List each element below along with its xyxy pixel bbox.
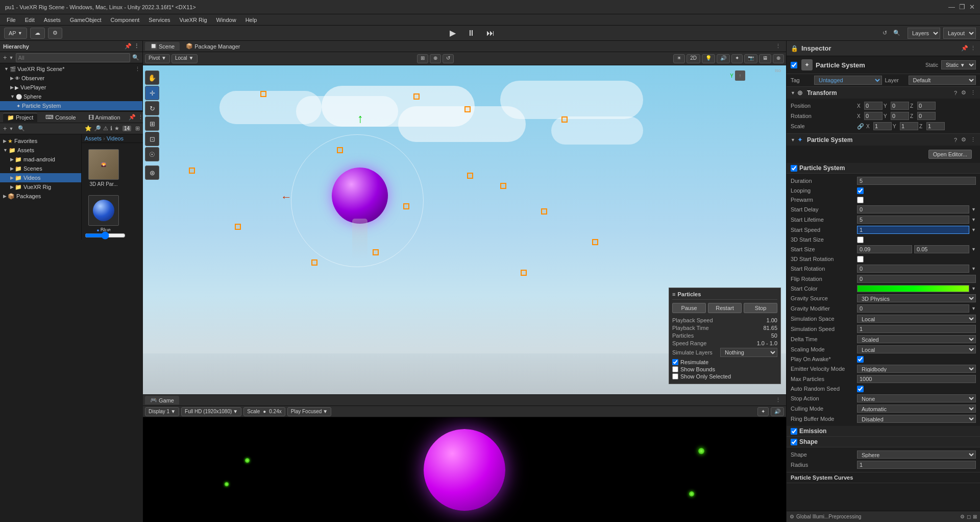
layout-dropdown[interactable]: Layout: [943, 28, 976, 39]
hierarchy-menu-icon[interactable]: ⋮: [134, 43, 139, 50]
breadcrumb-assets[interactable]: Assets: [85, 135, 102, 141]
bottom-right-icon2[interactable]: ◻: [967, 514, 971, 519]
cloud-button[interactable]: ☁: [30, 28, 45, 39]
scaling-mode-select[interactable]: Local: [857, 345, 976, 353]
layers-dropdown[interactable]: Layers: [908, 28, 940, 39]
restore-button[interactable]: ❐: [959, 3, 965, 11]
particle-system-subsection-header[interactable]: Particle System: [787, 163, 980, 174]
move-tool[interactable]: ✛: [145, 86, 159, 100]
tree-scenes[interactable]: ▶ 📁 Scenes: [0, 164, 81, 173]
simulation-speed-input[interactable]: [857, 325, 976, 333]
scale-link-icon[interactable]: 🔗: [857, 123, 864, 130]
scale-x-input[interactable]: [873, 122, 892, 130]
shape-enabled-checkbox[interactable]: [791, 439, 797, 445]
start-speed-dropdown-arrow[interactable]: ▼: [971, 227, 976, 232]
play-button[interactable]: ▶: [447, 27, 459, 39]
hierarchy-item-vuexr-scene[interactable]: ▼ 🎬 VueXR Rig Scene* ⋮: [0, 64, 142, 74]
game-audio-btn[interactable]: 🔊: [771, 407, 784, 416]
tab-package-manager[interactable]: 📦 Package Manager: [181, 42, 245, 51]
hierarchy-search-icon[interactable]: 🔍: [132, 54, 139, 61]
project-icon-info[interactable]: ℹ: [110, 125, 112, 132]
menu-help[interactable]: Help: [241, 16, 261, 24]
project-icon-star[interactable]: ★: [114, 125, 119, 132]
menu-assets[interactable]: Assets: [40, 16, 65, 24]
stop-action-select[interactable]: None: [857, 394, 976, 402]
emission-section-header[interactable]: Emission: [787, 426, 980, 437]
menu-edit[interactable]: Edit: [21, 16, 39, 24]
search-icon[interactable]: 🔍: [893, 30, 900, 36]
hierarchy-item-particle-system[interactable]: ✦ Particle System: [0, 101, 142, 110]
bottom-bar-left-icon[interactable]: ⚙: [790, 514, 794, 519]
bottom-right-icon1[interactable]: ⚙: [960, 514, 965, 519]
project-search-icon[interactable]: 🔍: [18, 125, 25, 132]
scene-viewport[interactable]: ↑ ← Y ↑ Iso ✋ ✛ ↻ ⊞: [143, 65, 786, 394]
file-size-slider[interactable]: [85, 231, 126, 240]
camera-btn[interactable]: 📷: [744, 54, 757, 63]
tree-vuexr-rig[interactable]: ▶ 📁 VueXR Rig: [0, 182, 81, 192]
start-size-max-input[interactable]: [914, 245, 969, 253]
particle-system-component-header[interactable]: ▼ ✦ Particle System ? ⚙ ⋮: [787, 134, 980, 146]
rot-y-input[interactable]: [891, 112, 909, 120]
gravity-modifier-input[interactable]: [857, 304, 969, 313]
project-icon-search2[interactable]: 🔎: [94, 125, 101, 132]
inspector-pin-icon[interactable]: 📌: [961, 45, 968, 52]
start-delay-input[interactable]: [857, 205, 969, 213]
pos-x-input[interactable]: [864, 102, 883, 110]
start-rotation-input[interactable]: [857, 265, 969, 273]
scale-z-input[interactable]: [926, 122, 945, 130]
prewarm-checkbox[interactable]: [857, 197, 864, 203]
tab-project[interactable]: 📁 Project: [3, 113, 37, 122]
bottom-right-icon3[interactable]: ⊠: [973, 514, 977, 519]
transform-help-icon[interactable]: ?: [954, 90, 957, 96]
shape-section-header[interactable]: Shape: [787, 437, 980, 447]
scale-slider-indicator[interactable]: ●: [263, 409, 266, 414]
pause-button[interactable]: ⏸: [464, 28, 478, 39]
transform-settings-icon[interactable]: ⚙: [961, 89, 966, 96]
light-btn[interactable]: 💡: [702, 54, 715, 63]
inspector-menu-icon[interactable]: ⋮: [970, 45, 976, 52]
start-lifetime-input[interactable]: [857, 216, 969, 224]
rotate-tool-btn[interactable]: ↺: [443, 54, 454, 63]
object-active-checkbox[interactable]: [791, 62, 797, 68]
game-panel-menu[interactable]: ⋮: [772, 397, 784, 404]
hierarchy-item-observer[interactable]: ▶ 👁 Observer: [0, 74, 142, 83]
scale-tool[interactable]: ⊞: [145, 116, 159, 131]
start-lifetime-dropdown-arrow[interactable]: ▼: [971, 217, 976, 222]
close-button[interactable]: ✕: [969, 3, 975, 11]
minimize-button[interactable]: —: [948, 3, 955, 11]
game-viewport[interactable]: [143, 417, 786, 522]
shape-shape-select[interactable]: Sphere: [857, 450, 976, 459]
hierarchy-pin-icon[interactable]: 📌: [125, 43, 132, 50]
culling-mode-select[interactable]: Automatic: [857, 405, 976, 413]
play-focused-btn[interactable]: Play Focused ▼: [287, 407, 332, 416]
tree-favorites[interactable]: ▶ ★ Favorites: [0, 136, 81, 146]
tab-animation[interactable]: 🎞 Animation: [84, 113, 125, 122]
custom-tool[interactable]: ☉: [145, 147, 159, 161]
duration-input[interactable]: [857, 177, 976, 185]
rot-z-input[interactable]: [917, 112, 936, 120]
local-button[interactable]: Local ▼: [172, 54, 198, 63]
menu-services[interactable]: Services: [144, 16, 174, 24]
particle-system-settings-icon[interactable]: ⚙: [961, 136, 966, 143]
tab-game[interactable]: 🎮 Game: [145, 396, 179, 405]
breadcrumb-videos[interactable]: Videos: [107, 135, 124, 141]
start-speed-input[interactable]: [857, 226, 969, 234]
start-rotation-dropdown-arrow[interactable]: ▼: [971, 266, 976, 271]
transform-header[interactable]: ▼ ⊕ Transform ? ⚙ ⋮: [787, 87, 980, 99]
render-mode-btn[interactable]: 🖥: [759, 54, 771, 63]
shape-radius-input[interactable]: [857, 461, 976, 469]
flip-rotation-input[interactable]: [857, 275, 976, 283]
tree-assets[interactable]: ▼ 📁 Assets: [0, 146, 81, 155]
scene-more-btn[interactable]: ⊕: [773, 54, 784, 63]
pivot-button[interactable]: Pivot ▼: [145, 54, 170, 63]
hierarchy-add-icon[interactable]: +: [3, 54, 7, 61]
rot-x-input[interactable]: [864, 112, 883, 120]
show-bounds-checkbox[interactable]: [672, 366, 678, 372]
delta-time-select[interactable]: Scaled: [857, 335, 976, 343]
auto-random-seed-checkbox[interactable]: [857, 386, 864, 392]
project-add-btn[interactable]: +: [3, 125, 7, 132]
step-button[interactable]: ⏭: [483, 28, 498, 39]
layer-select[interactable]: Default: [909, 76, 976, 85]
tab-console[interactable]: ⌨ Console: [41, 113, 80, 122]
pos-z-input[interactable]: [917, 102, 936, 110]
